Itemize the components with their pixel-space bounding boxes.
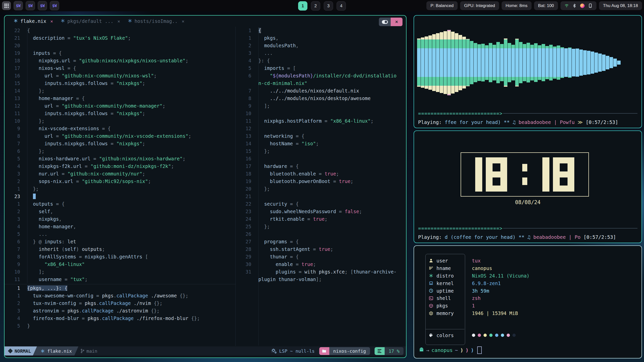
waveform-bar[interactable] [560, 47, 564, 78]
waveform-bar[interactable] [587, 51, 590, 74]
waveform-bar[interactable] [553, 47, 556, 78]
waveform-bar[interactable] [613, 59, 617, 66]
tab-flake-nix[interactable]: flake.nix× [14, 18, 53, 24]
code-line[interactable]: 5 imports = [ [236, 64, 406, 72]
waveform-bar[interactable] [549, 45, 553, 81]
code-line[interactable]: 6 "${modulesPath}/installer/cd-dvd/insta… [236, 72, 406, 79]
code-line[interactable]: 31 plugins = with pkgs.xfce; [thunar-arc… [236, 268, 406, 276]
waveform-bar[interactable] [493, 45, 496, 81]
waveform-bar[interactable] [444, 31, 447, 94]
code-line[interactable]: 3 astronvim = pkgs.callPackage ./astronv… [5, 307, 235, 314]
waveform-bar[interactable] [610, 57, 613, 68]
clock-digit-1[interactable] [475, 157, 482, 192]
waveform-bar[interactable] [572, 49, 575, 76]
fetch-row[interactable]: usertux [429, 257, 530, 264]
tab-close-icon[interactable]: × [182, 19, 184, 24]
waveform-bar[interactable] [417, 38, 421, 87]
code-line[interactable]: 2 tux-nvim-config = pkgs.callPackage ./n… [5, 299, 235, 307]
tray-button[interactable]: $W [38, 1, 47, 10]
topbar-clock[interactable]: Thu Aug 08, 18:18 [599, 1, 642, 10]
code-line[interactable]: 5 ... [5, 230, 235, 238]
fetch-row[interactable]: pkgs1 [429, 302, 530, 309]
waveform-bar[interactable] [545, 46, 549, 79]
code-line[interactable]: 11 inputs.nixpkgs.follows = "nixpkgs"; [5, 110, 235, 117]
tag-4[interactable]: 4 [337, 1, 346, 11]
waveform-bar[interactable] [617, 61, 621, 65]
tab-close-icon[interactable]: × [117, 19, 120, 24]
waveform-bar[interactable] [436, 33, 439, 92]
tab-pkgs-default-[interactable]: pkgs/default ...× [61, 18, 120, 24]
code-line[interactable]: 8 ../../modules/nixos/desktop/awesome [236, 95, 406, 102]
code-line[interactable]: 1 outputs = { [5, 200, 235, 208]
waveform-bar[interactable] [481, 44, 485, 82]
code-line[interactable]: 11 username = "tux"; [5, 276, 235, 283]
waveform-bar[interactable] [576, 49, 579, 77]
waveform-bar[interactable] [527, 43, 530, 83]
code-line[interactable]: 1{pkgs, ...}: { [5, 284, 235, 292]
fetch-row[interactable]: hnamecanopus [429, 264, 530, 272]
status-pill[interactable]: P: Balanced [426, 1, 458, 10]
code-line[interactable]: 1 tux-awesome-wm-config = pkgs.callPacka… [5, 292, 235, 299]
code-line[interactable]: 1 }; [5, 185, 235, 193]
tray-button[interactable]: $W [14, 1, 23, 10]
code-line[interactable]: 12 url = "github:nix-community/home-mana… [5, 102, 235, 110]
waveform-bar[interactable] [508, 43, 511, 82]
code-line[interactable]: n-cd-minimal.nix" [236, 79, 406, 87]
clock-digit-8[interactable] [486, 157, 507, 192]
waveform-bar[interactable] [519, 42, 522, 83]
waveform-bar[interactable] [591, 52, 594, 74]
buffer-pkgs-default[interactable]: 1{pkgs, ...}: {1 tux-awesome-wm-config =… [5, 284, 235, 330]
waveform-bar[interactable] [504, 38, 507, 87]
shell-prompt[interactable]: →canopus~))) [419, 346, 482, 354]
code-line[interactable]: plugin thunar-volman]; [236, 276, 406, 283]
waveform-bar[interactable] [428, 35, 432, 90]
waveform-bar[interactable] [511, 45, 515, 81]
code-line[interactable]: 8 forAllSystems = nixpkgs.lib.genAttrs [ [5, 253, 235, 260]
code-line[interactable]: 2 self, [5, 208, 235, 215]
toggle-button[interactable] [379, 18, 391, 26]
code-line[interactable]: 10 [236, 110, 406, 117]
waveform-bar[interactable] [462, 37, 466, 88]
code-line[interactable]: 20 }; [236, 185, 406, 193]
code-line[interactable]: 17 hardware = { [236, 162, 406, 170]
tag-2[interactable]: 2 [311, 1, 320, 11]
code-line[interactable]: 23 [5, 193, 235, 200]
fetch-row[interactable]: shellzsh [429, 294, 530, 302]
waveform-bar[interactable] [425, 36, 428, 89]
waveform-bar[interactable] [470, 41, 473, 84]
waveform-bar[interactable] [557, 46, 560, 79]
clock-digit-8[interactable] [553, 157, 574, 192]
code-line[interactable]: 22{ [5, 27, 235, 34]
code-line[interactable]: 3 ... [236, 49, 406, 57]
code-line[interactable]: 7 ../../modules/nixos/default.nix [236, 87, 406, 95]
waveform-bar[interactable] [432, 34, 436, 91]
code-line[interactable]: 29 thunar = { [236, 253, 406, 260]
waveform-bar[interactable] [564, 48, 568, 77]
fetch-row[interactable]: distroNixOS 24.11 (Vicuna) [429, 272, 530, 280]
code-line[interactable]: 21 description = "tux's NixOS Flake"; [5, 34, 235, 42]
fetch-row[interactable]: uptime3h 59m [429, 287, 530, 295]
clock-colon[interactable] [522, 157, 527, 192]
waveform-bar[interactable] [602, 55, 606, 71]
status-pill[interactable]: GPU: Integrated [460, 1, 499, 10]
code-line[interactable]: 9 nix-vscode-extensions = { [5, 125, 235, 132]
code-line[interactable]: 19 inputs = { [5, 49, 235, 57]
waveform-bar[interactable] [534, 43, 538, 82]
code-line[interactable]: 25 }; [236, 223, 406, 230]
code-line[interactable]: 26 [236, 230, 406, 238]
launcher-button[interactable] [2, 1, 11, 10]
code-line[interactable]: 10 ]; [5, 268, 235, 276]
waveform-bar[interactable] [466, 39, 470, 86]
waveform-bar[interactable] [500, 44, 504, 81]
code-line[interactable]: 23 sudo.wheelNeedsPassword = false; [236, 208, 406, 215]
code-line[interactable]: 1 pkgs, [236, 34, 406, 42]
waveform-bar[interactable] [489, 43, 492, 82]
code-line[interactable]: 14 hostName = "iso"; [236, 140, 406, 147]
waveform-bar[interactable] [421, 37, 424, 88]
tab-hosts-isoImag-[interactable]: hosts/isoImag..× [128, 18, 184, 24]
waveform-bar[interactable] [459, 35, 462, 90]
waveform-bar[interactable] [594, 53, 598, 73]
code-line[interactable]: 11 nixpkgs.hostPlatform = "x86_64-linux"… [236, 117, 406, 125]
code-line[interactable]: 9 ]; [236, 102, 406, 110]
waveform-bar[interactable] [579, 50, 583, 76]
